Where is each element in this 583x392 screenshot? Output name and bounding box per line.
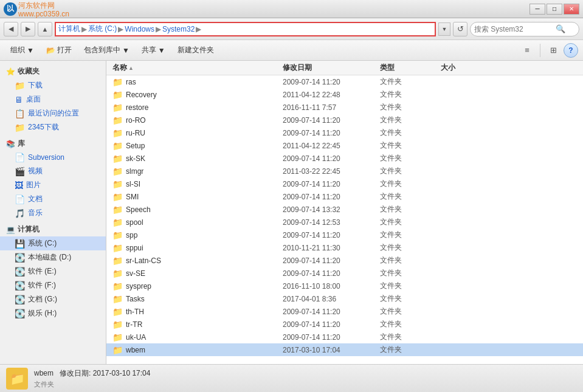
include-library-button[interactable]: 包含到库中 ▼ [78, 43, 135, 58]
organize-button[interactable]: 组织 ▼ [5, 43, 40, 58]
file-name-cell: 📁 uk-UA [112, 332, 283, 342]
file-date: 2011-03-22 22:45 [283, 167, 380, 176]
table-row[interactable]: 📁 Setup 2011-04-12 22:45 文件夹 [106, 139, 583, 152]
table-row[interactable]: 📁 Tasks 2017-04-01 8:36 文件夹 [106, 292, 583, 305]
table-row[interactable]: 📁 Speech 2009-07-14 13:32 文件夹 [106, 203, 583, 216]
search-box[interactable]: 🔍 [470, 22, 579, 36]
sidebar-drive-c[interactable]: 💾 系统 (C:) [0, 236, 106, 250]
addr-drive[interactable]: 系统 (C:) [88, 24, 117, 34]
addr-windows[interactable]: Windows [125, 25, 154, 33]
table-row[interactable]: 📁 restore 2016-11-11 7:57 文件夹 [106, 101, 583, 114]
file-name: uk-UA [126, 333, 146, 342]
sidebar-item-desktop[interactable]: 🖥 桌面 [0, 92, 106, 106]
forward-button[interactable]: ▶ [21, 22, 35, 36]
refresh-button[interactable]: ↺ [453, 22, 467, 36]
file-type: 文件夹 [380, 102, 441, 112]
file-date: 2010-11-21 11:30 [283, 244, 380, 252]
addr-computer[interactable]: 计算机 [58, 24, 80, 34]
folder-icon: 📁 [112, 230, 123, 240]
file-name: slmgr [126, 167, 143, 176]
close-button[interactable]: ✕ [564, 4, 579, 15]
sidebar-item-video[interactable]: 🎬 视频 [0, 164, 106, 178]
table-row[interactable]: 📁 th-TH 2009-07-14 11:20 文件夹 [106, 305, 583, 318]
status-info: wbem 修改日期: 2017-03-10 17:04 文件夹 [34, 368, 150, 389]
col-name[interactable]: 名称 ▲ [112, 63, 283, 73]
file-type: 文件夹 [380, 255, 441, 266]
table-row[interactable]: 📁 spp 2009-07-14 11:20 文件夹 [106, 229, 583, 241]
col-modified[interactable]: 修改日期 [283, 63, 380, 73]
file-type: 文件夹 [380, 319, 441, 329]
search-input[interactable] [474, 25, 553, 33]
table-row[interactable]: 📁 ro-RO 2009-07-14 11:20 文件夹 [106, 114, 583, 126]
view-grid-button[interactable]: ⊞ [545, 43, 561, 58]
open-button[interactable]: 📂 打开 [41, 43, 77, 58]
file-date: 2009-07-14 11:20 [283, 154, 380, 163]
help-button[interactable]: ? [564, 43, 578, 58]
drive-e-icon: 💽 [15, 267, 25, 277]
table-row[interactable]: 📁 slmgr 2011-03-22 22:45 文件夹 [106, 165, 583, 177]
table-row[interactable]: 📁 sysprep 2016-11-10 18:00 文件夹 [106, 280, 583, 292]
table-row[interactable]: 📁 wbem 2017-03-10 17:04 文件夹 [106, 343, 583, 356]
table-row[interactable]: 📁 Recovery 2011-04-12 22:48 文件夹 [106, 88, 583, 101]
sidebar-drive-g[interactable]: 💽 文档 (G:) [0, 292, 106, 306]
search-icon[interactable]: 🔍 [556, 24, 565, 33]
address-dropdown[interactable]: ▼ [438, 22, 450, 36]
main-area: ⭐ 收藏夹 📁 下载 🖥 桌面 📋 最近访问的位置 📁 2345下载 [0, 61, 583, 364]
share-dropdown-icon: ▼ [158, 46, 165, 55]
back-button[interactable]: ◀ [4, 22, 18, 36]
folder-icon: 📁 [112, 167, 123, 176]
sidebar-item-download[interactable]: 📁 下载 [0, 78, 106, 92]
share-button[interactable]: 共享 ▼ [136, 43, 171, 58]
folder-icon: 📁 [112, 103, 123, 112]
toolbar: 组织 ▼ 📂 打开 包含到库中 ▼ 共享 ▼ 新建文件夹 ≡ ⊞ ? [0, 40, 583, 61]
file-type: 文件夹 [380, 204, 441, 215]
table-row[interactable]: 📁 ras 2009-07-14 11:20 文件夹 [106, 75, 583, 88]
file-type: 文件夹 [380, 166, 441, 176]
table-row[interactable]: 📁 sl-SI 2009-07-14 11:20 文件夹 [106, 177, 583, 190]
minimize-button[interactable]: ─ [530, 4, 545, 15]
address-box[interactable]: 计算机 ▶ 系统 (C:) ▶ Windows ▶ System32 ▶ [55, 22, 436, 36]
file-name-cell: 📁 wbem [112, 345, 283, 355]
file-name-cell: 📁 slmgr [112, 167, 283, 176]
file-name-cell: 📁 spool [112, 218, 283, 227]
file-name: th-TH [126, 308, 144, 316]
file-date: 2009-07-14 11:20 [283, 180, 380, 188]
table-row[interactable]: 📁 ru-RU 2009-07-14 11:20 文件夹 [106, 126, 583, 139]
table-row[interactable]: 📁 uk-UA 2009-07-14 11:20 文件夹 [106, 331, 583, 343]
sidebar-drive-d[interactable]: 💽 本地磁盘 (D:) [0, 250, 106, 264]
col-type[interactable]: 类型 [380, 63, 441, 73]
file-date: 2017-03-10 17:04 [283, 346, 380, 354]
file-date: 2009-07-14 11:20 [283, 256, 380, 265]
folder-icon: 📁 [112, 281, 123, 291]
sidebar-item-recent[interactable]: 📋 最近访问的位置 [0, 106, 106, 120]
watermark: 河东软件网 www.pc0359.cn [18, 1, 69, 19]
sidebar-drive-f[interactable]: 💽 软件 (F:) [0, 278, 106, 292]
table-row[interactable]: 📁 sr-Latn-CS 2009-07-14 11:20 文件夹 [106, 254, 583, 267]
table-row[interactable]: 📁 spool 2009-07-14 12:53 文件夹 [106, 216, 583, 229]
table-row[interactable]: 📁 sppui 2010-11-21 11:30 文件夹 [106, 241, 583, 254]
file-name: wbem [126, 346, 145, 354]
folder-icon: 📁 [112, 141, 123, 151]
up-button[interactable]: ▲ [38, 22, 52, 36]
file-list-scroll[interactable]: 📁 ras 2009-07-14 11:20 文件夹 📁 Recovery 20… [106, 75, 583, 364]
table-row[interactable]: 📁 tr-TR 2009-07-14 11:20 文件夹 [106, 318, 583, 331]
col-size[interactable]: 大小 [441, 63, 489, 73]
sidebar-item-music[interactable]: 🎵 音乐 [0, 206, 106, 220]
status-name: wbem 修改日期: 2017-03-10 17:04 [34, 368, 150, 379]
file-name-cell: 📁 sysprep [112, 281, 283, 291]
sidebar-drive-e[interactable]: 💽 软件 (E:) [0, 264, 106, 278]
sidebar-item-subversion[interactable]: 📄 Subversion [0, 151, 106, 164]
new-folder-button[interactable]: 新建文件夹 [172, 43, 219, 58]
sidebar-drive-h[interactable]: 💽 娱乐 (H:) [0, 306, 106, 320]
table-row[interactable]: 📁 sk-SK 2009-07-14 11:20 文件夹 [106, 152, 583, 165]
window-controls: ─ □ ✕ [530, 4, 579, 15]
view-toggle-button[interactable]: ≡ [519, 43, 535, 58]
table-row[interactable]: 📁 sv-SE 2009-07-14 11:20 文件夹 [106, 267, 583, 280]
sidebar-item-doc[interactable]: 📄 文档 [0, 192, 106, 206]
maximize-button[interactable]: □ [547, 4, 562, 15]
computer-icon: 💻 [6, 225, 15, 234]
sidebar-item-2345[interactable]: 📁 2345下载 [0, 120, 106, 134]
table-row[interactable]: 📁 SMI 2009-07-14 11:20 文件夹 [106, 190, 583, 203]
sidebar-item-image[interactable]: 🖼 图片 [0, 178, 106, 192]
addr-system32[interactable]: System32 [162, 25, 195, 33]
